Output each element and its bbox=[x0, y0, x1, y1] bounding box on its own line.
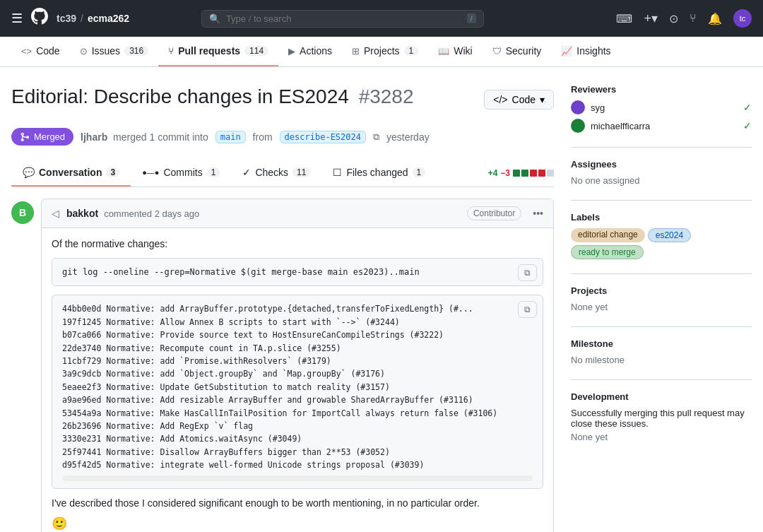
tab-checks[interactable]: ✓ Checks 11 bbox=[231, 160, 321, 187]
tab-code[interactable]: <> Code bbox=[11, 37, 70, 66]
development-section: Development Successfully merging this pu… bbox=[571, 391, 752, 442]
diff-sq-3 bbox=[530, 170, 537, 177]
tab-projects[interactable]: ⊞ Projects 1 bbox=[342, 37, 428, 66]
label-tag[interactable]: es2024 bbox=[648, 228, 691, 242]
user-avatar[interactable]: tc bbox=[733, 9, 752, 28]
comment-bottom-text: I've described those I considered signif… bbox=[52, 497, 543, 509]
labels-section: Labels editorial changees2024ready to me… bbox=[571, 212, 752, 259]
log-line: 26b23696 Normative: Add RegExp `v` flag bbox=[62, 420, 533, 432]
labels-title: Labels bbox=[571, 212, 752, 223]
log-line: 5eaee2f3 Normative: Update GetSubstituti… bbox=[62, 381, 533, 394]
assignees-value: No one assigned bbox=[571, 175, 752, 186]
search-input[interactable] bbox=[226, 13, 461, 24]
scroll-bar[interactable] bbox=[62, 475, 533, 481]
tab-security[interactable]: 🛡 Security bbox=[483, 37, 552, 66]
reviewers-title: Reviewers bbox=[571, 84, 752, 95]
breadcrumb-org[interactable]: tc39 bbox=[57, 13, 76, 24]
code-btn-icon: </> bbox=[493, 94, 507, 105]
tab-projects-label: Projects bbox=[364, 45, 400, 57]
tab-wiki[interactable]: 📖 Wiki bbox=[428, 37, 482, 66]
from-text: from bbox=[253, 131, 273, 143]
tab-fileschanged[interactable]: ☐ Files changed 1 bbox=[321, 160, 437, 187]
issue-icon[interactable]: ⊙ bbox=[669, 12, 678, 25]
main-content: Editorial: Describe changes in ES2024 #3… bbox=[0, 67, 763, 532]
checks-tab-label: Checks bbox=[255, 167, 288, 178]
tab-actions[interactable]: ▶ Actions bbox=[278, 37, 342, 66]
assignees-title: Assignees bbox=[571, 159, 752, 170]
log-line: a9ae96ed Normative: Add resizable ArrayB… bbox=[62, 394, 533, 406]
merged-label: Merged bbox=[34, 131, 65, 142]
tab-issues[interactable]: ⊙ Issues 316 bbox=[70, 37, 159, 66]
wiki-tab-icon: 📖 bbox=[438, 46, 449, 57]
conversation-tab-label: Conversation bbox=[39, 167, 102, 178]
commits-tab-label: Commits bbox=[163, 167, 202, 178]
development-title: Development bbox=[571, 391, 752, 402]
commenter-name[interactable]: bakkot bbox=[66, 208, 98, 219]
actions-tab-icon: ▶ bbox=[288, 46, 295, 57]
code-command: git log --oneline --grep=Normative $(git… bbox=[62, 267, 420, 277]
code-tab-icon: <> bbox=[21, 46, 32, 57]
breadcrumb-repo[interactable]: ecma262 bbox=[88, 13, 129, 24]
pr-meta: Merged ljharb merged 1 commit into main … bbox=[11, 128, 554, 146]
files-tab-count: 1 bbox=[413, 167, 426, 177]
comment-more-icon[interactable]: ••• bbox=[533, 208, 543, 219]
log-line: d95f42d5 Normative: integrate well-forme… bbox=[62, 459, 533, 471]
tab-code-label: Code bbox=[36, 45, 59, 57]
development-sub: None yet bbox=[571, 432, 752, 442]
copy-icon[interactable]: ⧉ bbox=[373, 131, 379, 143]
check-mark-icon: ✓ bbox=[743, 102, 752, 113]
target-branch[interactable]: main bbox=[215, 131, 246, 143]
merge-time: yesterday bbox=[386, 131, 430, 143]
plus-icon[interactable]: +▾ bbox=[644, 11, 658, 26]
hamburger-icon[interactable]: ☰ bbox=[11, 11, 23, 26]
content-right: Reviewers syg ✓ michaelfficarra ✓ Assign… bbox=[571, 84, 752, 532]
reviewer-name[interactable]: michaelfficarra bbox=[591, 121, 738, 131]
log-line: b07ca066 Normative: Provide source text … bbox=[62, 329, 533, 341]
code-btn-chevron: ▾ bbox=[540, 94, 545, 105]
checks-tab-count: 11 bbox=[292, 167, 310, 177]
code-copy-button[interactable]: ⧉ bbox=[518, 264, 537, 281]
check-mark-icon: ✓ bbox=[743, 120, 752, 131]
notification-icon[interactable]: 🔔 bbox=[708, 12, 722, 25]
projects-badge: 1 bbox=[404, 46, 419, 56]
comment-time: commented 2 days ago bbox=[104, 208, 199, 219]
tab-insights-label: Insights bbox=[576, 45, 610, 57]
diff-sq-5 bbox=[547, 170, 554, 177]
log-line: 53454a9a Normative: Make HasCallInTailPo… bbox=[62, 407, 533, 420]
pr-number: #3282 bbox=[359, 85, 414, 107]
insights-tab-icon: 📈 bbox=[561, 46, 572, 57]
reviewer-name[interactable]: syg bbox=[591, 102, 738, 113]
left-arrow-icon[interactable]: ◁ bbox=[52, 208, 59, 219]
label-tag[interactable]: ready to merge bbox=[571, 245, 644, 259]
reviewers-section: Reviewers syg ✓ michaelfficarra ✓ bbox=[571, 84, 752, 133]
log-line: 11cbf729 Normative: add `Promise.withRes… bbox=[62, 355, 533, 367]
emoji-button[interactable]: 🙂 bbox=[52, 516, 67, 531]
commits-tab-icon: ●—● bbox=[142, 168, 159, 177]
code-button[interactable]: </> Code ▾ bbox=[484, 90, 554, 110]
github-logo[interactable] bbox=[31, 8, 48, 29]
diff-stats: +4 −3 bbox=[488, 160, 554, 187]
issues-tab-icon: ⊙ bbox=[80, 46, 88, 57]
comment-header: ◁ bakkot commented 2 days ago Contributo… bbox=[42, 199, 553, 228]
diff-sq-2 bbox=[521, 170, 528, 177]
tab-conversation[interactable]: 💬 Conversation 3 bbox=[11, 160, 131, 187]
log-copy-button[interactable]: ⧉ bbox=[518, 301, 537, 318]
milestone-title: Milestone bbox=[571, 338, 752, 349]
search-bar[interactable]: 🔍 / bbox=[201, 10, 484, 28]
source-branch[interactable]: describe-ES2024 bbox=[280, 131, 366, 143]
log-line: 22de3740 Normative: Recompute count in T… bbox=[62, 342, 533, 355]
tab-pullrequests[interactable]: ⑂ Pull requests 114 bbox=[158, 37, 278, 66]
conversation-tab-count: 3 bbox=[106, 167, 119, 177]
repo-tabs: <> Code ⊙ Issues 316 ⑂ Pull requests 114… bbox=[0, 37, 763, 67]
log-line: 197f1245 Normative: Allow Annex B script… bbox=[62, 316, 533, 329]
tab-insights[interactable]: 📈 Insights bbox=[551, 37, 620, 66]
terminal-icon[interactable]: ⌨ bbox=[616, 12, 632, 25]
diff-bar bbox=[513, 170, 554, 177]
pr-icon[interactable]: ⑂ bbox=[690, 12, 697, 25]
label-tag[interactable]: editorial change bbox=[571, 228, 645, 242]
commits-tab-count: 1 bbox=[207, 167, 220, 177]
assignees-section: Assignees No one assigned bbox=[571, 159, 752, 186]
log-line: 44bb0e0d Normative: add ArrayBuffer.prot… bbox=[62, 302, 533, 315]
tab-commits[interactable]: ●—● Commits 1 bbox=[131, 160, 231, 187]
content-left: Editorial: Describe changes in ES2024 #3… bbox=[11, 84, 554, 532]
